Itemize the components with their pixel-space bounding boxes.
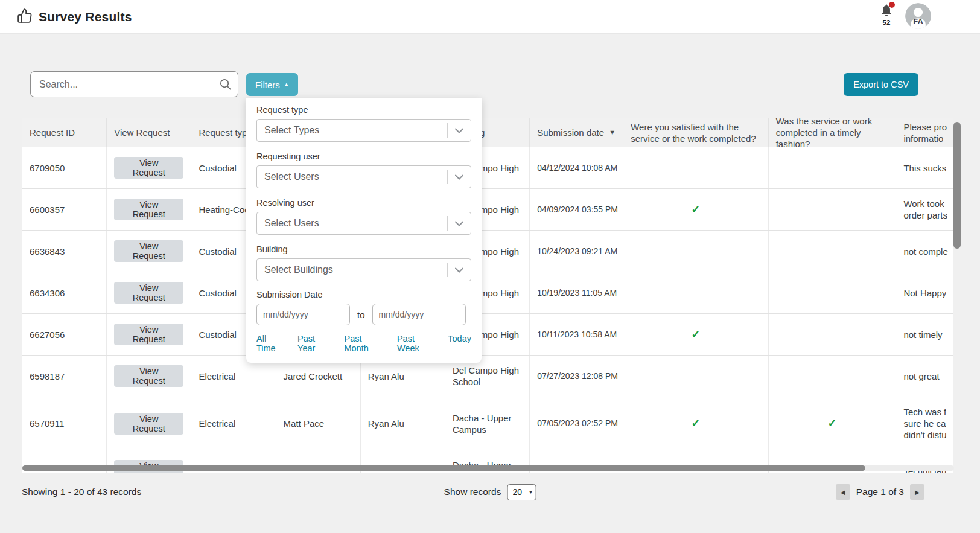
comment-line: This sucks — [903, 162, 946, 174]
search-icon — [218, 77, 232, 94]
previous-page-button[interactable]: ◀ — [836, 484, 850, 500]
quick-link-past-week[interactable]: Past Week — [397, 334, 434, 353]
page-indicator: Page 1 of 3 — [856, 487, 904, 497]
quick-link-today[interactable]: Today — [448, 334, 471, 353]
request-id-cell: 6636843 — [22, 231, 107, 272]
search-input[interactable] — [30, 71, 238, 97]
view-request-button[interactable]: View Request — [114, 324, 183, 345]
header-submission-date[interactable]: Submission date ▼ — [530, 118, 623, 147]
building-filter-label: Building — [256, 244, 471, 255]
submission-date-cell: 10/11/2023 10:58 AM — [530, 314, 623, 355]
date-to-input[interactable] — [372, 304, 466, 325]
quick-link-past-year[interactable]: Past Year — [298, 334, 331, 353]
export-csv-button[interactable]: Export to CSV — [844, 73, 918, 96]
page-title: Survey Results — [39, 10, 132, 24]
date-from-input[interactable] — [256, 304, 350, 325]
timely-cell — [769, 272, 897, 313]
comment-line: sure he ca — [903, 418, 946, 429]
satisfied-cell — [623, 147, 768, 188]
satisfied-cell: ✓ — [623, 314, 768, 355]
quick-link-all-time[interactable]: All Time — [256, 334, 284, 353]
submission-date-cell: 07/27/2023 12:08 PM — [530, 356, 623, 397]
submission-date-cell: 07/05/2023 02:52 PM — [530, 397, 623, 450]
timely-check-icon: ✓ — [828, 418, 837, 429]
table-row: 6634306 View Request Custodial Del Campo… — [22, 272, 962, 314]
requesting-user-select[interactable]: Select Users — [256, 165, 471, 188]
notification-bell[interactable]: 52 — [875, 4, 898, 26]
resolving-user-select-value: Select Users — [264, 218, 447, 229]
request-id-cell: 6634306 — [22, 272, 107, 313]
comment-line: Not Happy — [903, 287, 946, 299]
view-request-cell: View Request — [107, 147, 191, 188]
requesting-user-select-value: Select Users — [264, 171, 447, 182]
submission-date-cell: 04/12/2024 10:08 AM — [530, 147, 623, 188]
header-comment-line: informatio — [903, 133, 943, 144]
table-row: 6570911 View Request Electrical Matt Pac… — [22, 397, 962, 450]
chevron-down-icon — [448, 174, 471, 180]
requesting-user-filter: Requesting user Select Users — [256, 152, 471, 188]
request-id-cell: 6598187 — [22, 356, 107, 397]
requesting-user-cell: Matt Pace — [276, 397, 361, 450]
satisfied-cell — [623, 272, 768, 313]
next-page-button[interactable]: ▶ — [910, 484, 924, 500]
thumbs-up-icon — [17, 8, 33, 26]
resolving-user-select[interactable]: Select Users — [256, 212, 471, 235]
date-range-separator: to — [357, 310, 365, 320]
resolving-user-filter: Resolving user Select Users — [256, 198, 471, 235]
quick-link-past-month[interactable]: Past Month — [344, 334, 383, 353]
view-request-button[interactable]: View Request — [114, 413, 183, 435]
table-row: 6627056 View Request Custodial Del Campo… — [22, 314, 962, 356]
submission-date-cell: 10/24/2023 09:21 AM — [530, 231, 623, 272]
filters-button-label: Filters — [255, 80, 280, 90]
view-request-cell: View Request — [107, 314, 191, 355]
view-request-button[interactable]: View Request — [114, 240, 183, 262]
date-quick-links: All Time Past Year Past Month Past Week … — [256, 334, 471, 353]
satisfied-cell: ✓ — [623, 397, 768, 450]
timely-cell — [769, 147, 897, 188]
request-id-cell: 6570911 — [22, 397, 107, 450]
view-request-button[interactable]: View Request — [114, 199, 183, 220]
avatar[interactable]: FA — [905, 3, 931, 29]
view-request-button[interactable]: View Request — [114, 282, 183, 304]
showing-records-text: Showing 1 - 20 of 43 records — [22, 482, 141, 502]
resolving-user-cell: Ryan Alu — [361, 397, 445, 450]
per-page-select[interactable]: 20 — [507, 484, 536, 500]
view-request-button[interactable]: View Request — [114, 157, 183, 179]
vertical-scrollbar-thumb[interactable] — [953, 122, 961, 249]
filters-panel: Request type Select Types Requesting use… — [246, 98, 482, 363]
view-request-button[interactable]: View Request — [114, 365, 183, 387]
header-comment-line: Please pro — [903, 121, 947, 133]
view-request-cell: View Request — [107, 356, 191, 397]
view-request-cell: View Request — [107, 397, 191, 450]
table-row: 6636843 View Request Custodial Del Campo… — [22, 231, 962, 272]
view-request-cell: View Request — [107, 272, 191, 313]
app-bar: Survey Results 52 FA — [0, 0, 980, 34]
request-id-cell: 6627056 — [22, 314, 107, 355]
view-request-cell: View Request — [107, 231, 191, 272]
comment-line: order parts — [903, 209, 947, 221]
chevron-down-icon — [448, 267, 471, 273]
chevron-down-icon — [448, 128, 471, 133]
building-select[interactable]: Select Buildings — [256, 258, 471, 281]
submission-date-cell: 04/09/2024 03:55 PM — [530, 189, 623, 230]
results-table: Request ID View Request Request type Req… — [22, 118, 962, 473]
request-type-select[interactable]: Select Types — [256, 119, 471, 142]
submission-date-filter-label: Submission Date — [256, 290, 471, 300]
timely-cell: ✓ — [769, 397, 897, 450]
satisfied-cell — [623, 231, 768, 272]
horizontal-scrollbar-thumb[interactable] — [22, 465, 865, 471]
submission-date-cell: 10/19/2023 11:05 AM — [530, 272, 623, 313]
per-page-select-wrap: 20 ▼ — [507, 484, 536, 500]
table-body: 6709050 View Request Custodial Del Campo… — [22, 147, 962, 473]
building-cell: Dacha - Upper Campus — [445, 397, 530, 450]
comment-line: Tech was f — [903, 406, 946, 418]
request-id-cell: 6600357 — [22, 189, 107, 230]
avatar-initials: FA — [905, 17, 931, 26]
table-footer: Showing 1 - 20 of 43 records Show record… — [22, 482, 958, 502]
timely-cell — [769, 189, 897, 230]
search-box — [30, 71, 238, 97]
building-select-value: Select Buildings — [264, 264, 447, 275]
filters-button[interactable]: Filters ▲ — [246, 73, 298, 96]
title-group: Survey Results — [17, 0, 132, 34]
submission-date-range: to — [256, 304, 471, 325]
